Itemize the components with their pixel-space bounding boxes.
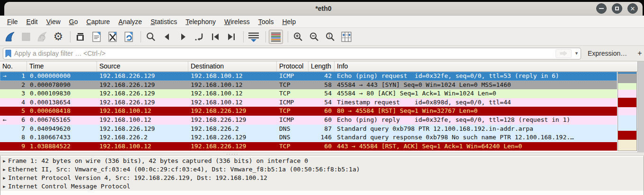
- detail-text: Internet Control Message Protocol: [8, 182, 130, 191]
- menu-item-tools[interactable]: Tools: [254, 17, 278, 27]
- close-icon: ✕: [630, 6, 635, 12]
- minimap-band: [618, 90, 636, 98]
- go-forward-icon: [177, 31, 189, 42]
- packet-row[interactable]: 2 0.000078090 192.168.226.129 192.168.10…: [0, 81, 617, 90]
- packet-row[interactable]: 4 0.000138654 192.168.226.129 192.168.10…: [0, 98, 617, 107]
- menu-item-view[interactable]: View: [42, 17, 65, 27]
- titlebar[interactable]: *eth0 ✕: [4, 2, 643, 16]
- display-filter-input[interactable]: [14, 50, 556, 57]
- zoom-100-button[interactable]: 1: [323, 30, 337, 44]
- add-filter-button[interactable]: +: [637, 49, 642, 58]
- packet-rows: →1 0.000000000 192.168.226.129 192.168.1…: [0, 72, 617, 151]
- packet-row[interactable]: ←6 0.006765165 192.168.100.12 192.168.22…: [0, 116, 617, 125]
- packet-row[interactable]: 5 0.000608418 192.168.100.12 192.168.226…: [0, 107, 617, 116]
- detail-tree-row[interactable]: ▶ Frame 1: 42 bytes on wire (336 bits), …: [0, 157, 644, 165]
- filter-dropdown-caret[interactable]: ▼: [574, 51, 579, 56]
- minimap-band: [618, 131, 636, 140]
- column-header-protocol[interactable]: Protocol: [277, 61, 309, 71]
- detail-text: Ethernet II, Src: Vmware_cf:03:e4 (00:0c…: [8, 165, 360, 174]
- zoom-in-button[interactable]: [291, 30, 305, 44]
- column-header-info[interactable]: Info: [335, 61, 637, 71]
- detail-tree-row[interactable]: ▶ Internet Protocol Version 4, Src: 192.…: [0, 174, 644, 182]
- capture-options-icon: ⚙: [53, 31, 63, 42]
- direction-arrow: →: [3, 72, 7, 81]
- packet-row[interactable]: 9 1.038884522 192.168.100.12 192.168.226…: [0, 142, 617, 151]
- go-to-packet-button[interactable]: [192, 30, 206, 44]
- window-controls: ✕: [596, 3, 638, 14]
- maximize-button[interactable]: [612, 3, 622, 14]
- toolbar-separator: [265, 31, 266, 42]
- find-packet-button[interactable]: [144, 30, 158, 44]
- colorize-icon: [270, 31, 282, 42]
- expression-button[interactable]: Expression…: [588, 50, 627, 57]
- detail-text: Frame 1: 42 bytes on wire (336 bits), 42…: [8, 157, 308, 165]
- minimap-band: [618, 83, 636, 90]
- packet-row[interactable]: 7 0.040949620 192.168.226.129 192.168.22…: [0, 125, 617, 134]
- save-file-icon: [91, 31, 102, 42]
- packet-row[interactable]: 3 0.000109830 192.168.226.129 192.168.10…: [0, 89, 617, 98]
- toolbar-separator: [141, 31, 141, 42]
- menu-item-file[interactable]: File: [3, 17, 22, 27]
- detail-tree-row[interactable]: ▶ Ethernet II, Src: Vmware_cf:03:e4 (00:…: [0, 165, 644, 174]
- intelligent-scrollbar[interactable]: [618, 72, 637, 151]
- go-back-button[interactable]: [160, 30, 174, 44]
- packet-row[interactable]: 8 0.180667433 192.168.226.2 192.168.226.…: [0, 133, 617, 142]
- column-header-length[interactable]: Length: [309, 61, 335, 71]
- expand-triangle-icon[interactable]: ▶: [0, 157, 8, 165]
- column-header-no[interactable]: No.: [0, 61, 27, 71]
- open-file-button[interactable]: [73, 30, 88, 44]
- find-packet-icon: [145, 31, 157, 42]
- vertical-scrollbar[interactable]: [637, 61, 644, 152]
- menu-item-statistics[interactable]: Statistics: [146, 17, 181, 27]
- apply-arrow-icon: [559, 51, 568, 56]
- menu-item-capture[interactable]: Capture: [82, 17, 115, 27]
- zoom-out-button[interactable]: [307, 30, 321, 44]
- filter-bookmark-icon[interactable]: [5, 50, 11, 58]
- menu-item-help[interactable]: Help: [278, 17, 300, 27]
- menu-item-wireless[interactable]: Wireless: [220, 17, 254, 27]
- zoom-in-icon: [292, 31, 304, 42]
- close-file-button[interactable]: [106, 30, 120, 44]
- reload-file-button[interactable]: [122, 30, 136, 44]
- packet-row[interactable]: →1 0.000000000 192.168.226.129 192.168.1…: [0, 72, 617, 81]
- window-title: *eth0: [315, 5, 331, 12]
- menu-item-analyze[interactable]: Analyze: [114, 17, 146, 27]
- splitter-grip-icon: ·····: [226, 153, 239, 155]
- maximize-icon: [615, 7, 619, 10]
- pane-splitter[interactable]: ·····: [0, 152, 644, 156]
- detail-tree-row[interactable]: ▶ Internet Control Message Protocol: [0, 182, 644, 191]
- menu-item-telephony[interactable]: Telephony: [181, 17, 220, 27]
- close-button[interactable]: ✕: [627, 3, 638, 14]
- toolbar-separator: [288, 31, 288, 42]
- minimap-band: [618, 140, 636, 151]
- colorize-button[interactable]: [269, 30, 283, 44]
- go-forward-button[interactable]: [176, 30, 190, 44]
- start-capture-button[interactable]: [3, 30, 17, 44]
- resize-columns-button[interactable]: [339, 30, 353, 44]
- minimap-band: [618, 107, 636, 115]
- auto-scroll-icon: [247, 31, 260, 43]
- first-packet-button[interactable]: [208, 30, 222, 44]
- column-header-source[interactable]: Source: [97, 61, 188, 71]
- menu-item-go[interactable]: Go: [65, 17, 82, 27]
- direction-arrow: ←: [3, 116, 7, 125]
- auto-scroll-button[interactable]: [247, 30, 261, 44]
- column-header-time[interactable]: Time: [27, 61, 97, 71]
- display-filter-box[interactable]: ▼: [3, 48, 581, 59]
- expand-triangle-icon[interactable]: ▶: [0, 174, 8, 182]
- save-file-button[interactable]: [89, 30, 104, 44]
- menu-item-edit[interactable]: Edit: [22, 17, 42, 27]
- capture-options-button[interactable]: ⚙: [51, 30, 65, 44]
- column-header-destination[interactable]: Destination: [188, 61, 277, 71]
- last-packet-button[interactable]: [224, 30, 238, 44]
- expand-triangle-icon[interactable]: ▶: [0, 165, 8, 174]
- minimize-button[interactable]: [596, 3, 607, 14]
- minimap-band: [618, 115, 636, 131]
- packet-list-pane: No. Time Source Destination Protocol Len…: [0, 61, 644, 152]
- close-file-icon: [107, 31, 118, 42]
- start-capture-icon: [4, 31, 16, 42]
- last-packet-icon: [226, 31, 237, 42]
- go-to-packet-icon: [194, 31, 205, 42]
- expand-triangle-icon[interactable]: ▶: [0, 182, 8, 191]
- toolbar-separator: [70, 31, 71, 42]
